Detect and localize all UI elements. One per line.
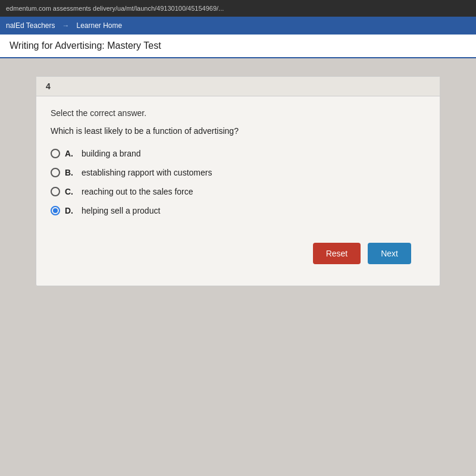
- radio-d-inner: [53, 208, 58, 213]
- question-number-bar: 4: [36, 77, 440, 96]
- reset-button[interactable]: Reset: [313, 243, 361, 264]
- page-title-bar: Writing for Advertising: Mastery Test: [0, 35, 476, 58]
- radio-d: [51, 206, 60, 215]
- question-card: 4 Select the correct answer. Which is le…: [36, 76, 440, 286]
- option-b-label: B.: [65, 168, 76, 177]
- radio-c: [51, 187, 60, 196]
- buttons-row: Reset Next: [51, 233, 425, 274]
- option-b-text: establishing rapport with customers: [82, 168, 212, 177]
- option-d-label: D.: [65, 206, 76, 215]
- option-d-text: helping sell a product: [82, 206, 160, 215]
- nav-separator: →: [62, 21, 70, 30]
- nav-link-learner-home[interactable]: Learner Home: [77, 21, 123, 30]
- option-b[interactable]: B. establishing rapport with customers: [51, 168, 425, 177]
- main-content: 4 Select the correct answer. Which is le…: [0, 58, 476, 298]
- option-a[interactable]: A. building a brand: [51, 149, 425, 158]
- nav-bar: nalEd Teachers → Learner Home: [0, 17, 476, 35]
- next-button[interactable]: Next: [368, 243, 411, 264]
- option-a-label: A.: [65, 149, 76, 158]
- option-c-text: reaching out to the sales force: [82, 187, 193, 196]
- option-c[interactable]: C. reaching out to the sales force: [51, 187, 425, 196]
- page-title: Writing for Advertising: Mastery Test: [10, 40, 161, 51]
- browser-url: edmentum.com assessments delivery/ua/mt/…: [6, 5, 224, 12]
- radio-a: [51, 149, 60, 158]
- question-body: Select the correct answer. Which is leas…: [36, 96, 440, 286]
- instruction-text: Select the correct answer.: [51, 108, 425, 118]
- question-number: 4: [46, 82, 51, 91]
- option-c-label: C.: [65, 187, 76, 196]
- option-d[interactable]: D. helping sell a product: [51, 206, 425, 215]
- option-a-text: building a brand: [82, 149, 141, 158]
- question-text: Which is least likely to be a function o…: [51, 126, 425, 136]
- options-list: A. building a brand B. establishing rapp…: [51, 149, 425, 215]
- nav-link-teachers[interactable]: nalEd Teachers: [6, 21, 55, 30]
- radio-b: [51, 168, 60, 177]
- browser-bar: edmentum.com assessments delivery/ua/mt/…: [0, 0, 476, 17]
